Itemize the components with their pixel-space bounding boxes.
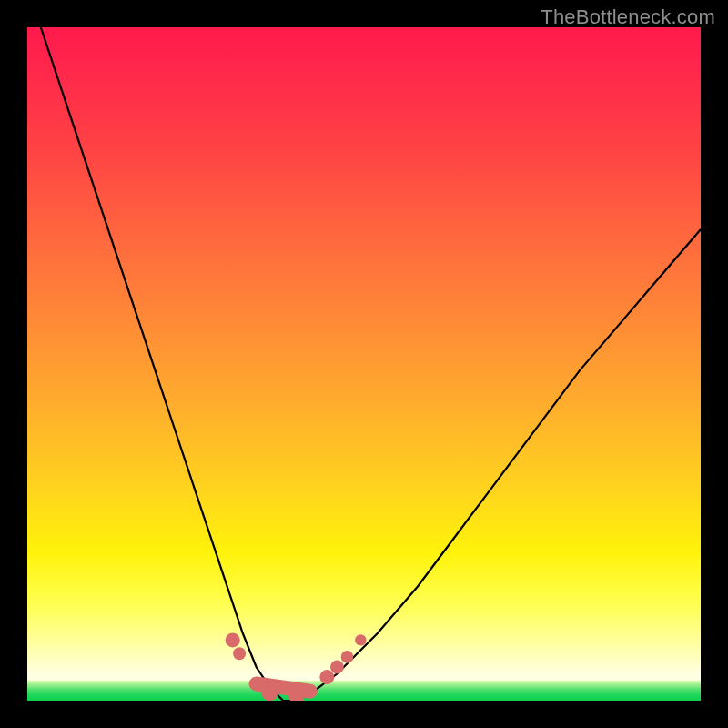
curve-marker — [319, 670, 334, 684]
curve-marker — [330, 661, 344, 674]
chart-frame: TheBottleneck.com — [0, 0, 728, 728]
plot-area — [27, 27, 701, 701]
watermark-text: TheBottleneck.com — [541, 5, 715, 29]
curve-layer — [41, 27, 701, 701]
curve-marker — [233, 647, 246, 660]
chart-svg — [27, 27, 701, 701]
bottleneck-curve — [41, 27, 701, 701]
curve-marker — [341, 651, 354, 663]
curve-marker — [226, 632, 240, 647]
curve-marker — [355, 634, 366, 645]
curve-marker — [261, 684, 278, 701]
